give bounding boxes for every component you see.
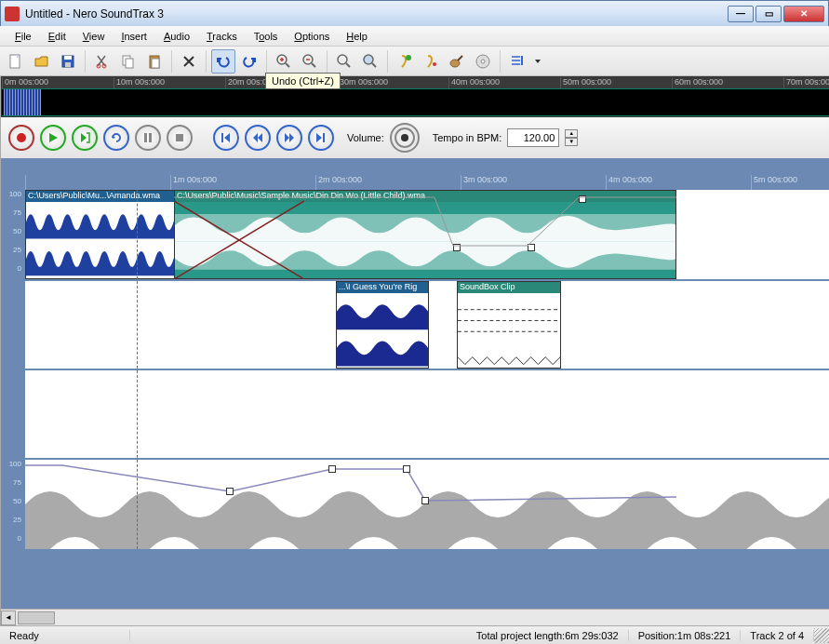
cut-button[interactable]: [90, 49, 114, 74]
zoom-in-button[interactable]: [272, 49, 296, 74]
overview-waveform: [4, 88, 41, 116]
overview[interactable]: 0m 00s:00010m 00s:00020m 00s:00030m 00s:…: [1, 76, 829, 117]
scroll-thumb[interactable]: [18, 611, 55, 624]
clip-soundbox[interactable]: SoundBox Clip: [457, 281, 561, 369]
svg-point-15: [433, 62, 436, 66]
clip-iguess[interactable]: ...\I Guess You're Rig: [336, 281, 429, 369]
scroll-left[interactable]: ◄: [1, 610, 16, 625]
redo-button[interactable]: [237, 49, 261, 74]
window-titlebar: Untitled - Nero SoundTrax 3 — ▭ ✕: [0, 0, 829, 26]
svg-point-19: [17, 133, 26, 142]
new-button[interactable]: [4, 49, 28, 74]
svg-rect-9: [152, 59, 159, 68]
envelope-node[interactable]: [328, 465, 336, 473]
horizontal-scrollbar[interactable]: ◄ ►: [1, 609, 829, 625]
toolbar: Undo (Ctrl+Z): [0, 47, 829, 76]
svg-point-13: [364, 55, 373, 64]
playhead[interactable]: [137, 281, 138, 369]
zoom-out-button[interactable]: [298, 49, 322, 74]
status-position: Position:1m 08s:221: [629, 630, 742, 641]
playhead[interactable]: [137, 460, 138, 549]
cd-button[interactable]: [471, 49, 495, 74]
resize-grip[interactable]: [814, 628, 829, 643]
go-end-button[interactable]: [308, 125, 334, 151]
menu-tracks[interactable]: Tracks: [199, 29, 245, 44]
track-lane-2[interactable]: ...\I Guess You're Rig SoundBox Clip: [25, 281, 829, 370]
guitar-button[interactable]: [445, 49, 469, 74]
save-button[interactable]: [56, 49, 80, 74]
status-ready: Ready: [0, 630, 130, 641]
pause-button[interactable]: [135, 125, 161, 151]
menu-file[interactable]: File: [7, 29, 39, 44]
window-title: Untitled - Nero SoundTrax 3: [25, 7, 728, 20]
undo-button[interactable]: [211, 49, 235, 74]
maximize-button[interactable]: ▭: [755, 6, 782, 22]
menu-bar: File Edit View Insert Audio Tracks Tools…: [0, 26, 829, 47]
tracks-area[interactable]: 1m 00s:0002m 00s:0003m 00s:0004m 00s:000…: [1, 158, 829, 609]
svg-rect-21: [149, 133, 152, 142]
play-button[interactable]: [40, 125, 66, 151]
clip-header: ...\I Guess You're Rig: [337, 282, 428, 293]
envelope-node[interactable]: [226, 488, 234, 495]
arrangement-area: 0m 00s:00010m 00s:00020m 00s:00030m 00s:…: [1, 76, 829, 625]
record-button[interactable]: [8, 125, 34, 151]
app-icon: [5, 7, 20, 21]
volume-knob[interactable]: [390, 123, 420, 153]
rewind-button[interactable]: [245, 125, 271, 151]
menu-audio[interactable]: Audio: [156, 29, 197, 44]
envelope-node[interactable]: [528, 244, 535, 251]
copy-button[interactable]: [116, 49, 140, 74]
zoom-fit-button[interactable]: [358, 49, 382, 74]
svg-rect-3: [65, 62, 71, 67]
menu-tools[interactable]: Tools: [247, 29, 286, 44]
menu-options[interactable]: Options: [287, 29, 337, 44]
envelope-node[interactable]: [421, 497, 429, 504]
track-lane-3[interactable]: [25, 370, 829, 460]
add-track-button[interactable]: [393, 49, 417, 74]
music-button[interactable]: [419, 49, 443, 74]
svg-point-12: [338, 55, 347, 64]
paste-button[interactable]: [142, 49, 167, 74]
timeline-ruler[interactable]: 1m 00s:0002m 00s:0003m 00s:0004m 00s:000…: [1, 175, 829, 190]
clip-dindin[interactable]: C:\Users\Public\Music\Sample Music\Din D…: [174, 190, 676, 279]
menu-edit[interactable]: Edit: [41, 29, 74, 44]
loop-button[interactable]: [103, 125, 129, 151]
tempo-down[interactable]: ▼: [565, 138, 578, 146]
menu-insert[interactable]: Insert: [114, 29, 154, 44]
clip-header: SoundBox Clip: [458, 282, 560, 293]
menu-view[interactable]: View: [75, 29, 113, 44]
tempo-input[interactable]: [507, 128, 559, 147]
envelope-node[interactable]: [403, 465, 410, 473]
play-loop-button[interactable]: [72, 125, 98, 151]
dropdown-button[interactable]: [531, 49, 544, 74]
svg-rect-24: [323, 133, 325, 142]
open-button[interactable]: [30, 49, 54, 74]
svg-point-26: [401, 134, 408, 141]
playhead[interactable]: [137, 190, 138, 279]
track-lane-4[interactable]: [25, 460, 829, 551]
envelope-node[interactable]: [453, 244, 461, 251]
stop-button[interactable]: [167, 125, 193, 151]
status-length: Total project length:6m 29s:032: [467, 630, 629, 641]
delete-button[interactable]: [177, 49, 201, 74]
zoom-selection-button[interactable]: [332, 49, 356, 74]
close-button[interactable]: ✕: [783, 6, 824, 22]
menu-help[interactable]: Help: [339, 29, 375, 44]
tooltip: Undo (Ctrl+Z): [265, 73, 341, 89]
minimize-button[interactable]: —: [728, 6, 754, 22]
svg-rect-20: [144, 133, 147, 142]
playhead[interactable]: [137, 370, 138, 458]
envelope-node[interactable]: [579, 195, 586, 203]
status-track: Track 2 of 4: [741, 630, 814, 641]
volume-label: Volume:: [347, 132, 384, 143]
forward-button[interactable]: [276, 125, 302, 151]
overview-ruler: 0m 00s:00010m 00s:00020m 00s:00030m 00s:…: [2, 77, 829, 88]
svg-rect-22: [176, 134, 183, 141]
track-lane-1[interactable]: C:\Users\Public\Mu...\Amanda.wma C:\User…: [25, 190, 829, 281]
tempo-up[interactable]: ▲: [565, 129, 578, 138]
list-button[interactable]: [505, 49, 529, 74]
clip-header: C:\Users\Public\Music\Sample Music\Din D…: [175, 191, 675, 202]
go-start-button[interactable]: [213, 125, 239, 151]
svg-point-18: [481, 60, 485, 63]
tempo-label: Tempo in BPM:: [433, 132, 502, 143]
